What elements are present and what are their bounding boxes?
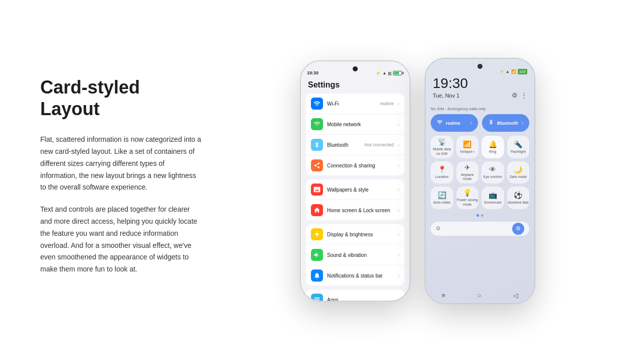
qs-airplane-label: Airplanemode [461, 173, 474, 182]
paragraph2: Text and controls are placed together fo… [40, 204, 201, 276]
phone-camera [353, 66, 358, 71]
qs-tile-screencast[interactable]: 📺 Screencast [481, 187, 504, 209]
qs-flashlight-label: Flashlight [511, 150, 526, 154]
display-chevron: › [398, 232, 399, 237]
qs-eyecomfort-label: Eye comfort [484, 175, 502, 179]
settings-group-display: Wallpapers & style › Home screen & Lock … [306, 179, 405, 220]
wifi-value: realme [380, 101, 394, 106]
qs-tile-darkmode[interactable]: 🌙 Dark mode [507, 161, 530, 184]
homescreen-text: Home screen & Lock screen [327, 208, 394, 213]
qs-wifi-icon: ▲ [506, 69, 510, 74]
apps-icon [311, 294, 323, 301]
signal-icon: ||| [388, 71, 391, 75]
qs-mobiledata-label: Mobile datano SIM [433, 147, 451, 156]
qs-wifi-tile-label: realme [446, 121, 467, 126]
qs-date: Tue, Nov 1 [433, 93, 459, 99]
sharing-chevron: › [398, 163, 399, 168]
qs-bt-tile[interactable]: Bluetooth › [482, 114, 529, 132]
battery [393, 71, 404, 75]
wifi-text: Wi-Fi [327, 101, 376, 107]
settings-screen-title: Settings [301, 78, 410, 94]
apps-label: Apps [327, 297, 394, 301]
qs-grid-row3: 🔄 Auto-rotate 💡 Power savingmode 📺 Scree… [426, 187, 534, 212]
mobile-chevron: › [398, 122, 399, 127]
qs-search-dot[interactable]: ⚙ [512, 223, 524, 235]
qs-tile-powersaving[interactable]: 💡 Power savingmode [456, 187, 479, 209]
qs-settings-icon[interactable]: ⚙ [512, 92, 518, 99]
qs-tile-mobiledata[interactable]: 📡 Mobile datano SIM [431, 136, 453, 158]
settings-group-connectivity: Wi-Fi realme › Mobile network › [306, 94, 405, 175]
settings-item-wifi[interactable]: Wi-Fi realme › [306, 94, 405, 114]
qs-dot-2 [481, 214, 484, 217]
qs-wifi-tile-icon [437, 119, 443, 127]
settings-status-bar: 19:30 ⚡ ▲ ||| [301, 70, 410, 78]
wallpaper-text: Wallpapers & style [327, 187, 394, 193]
qs-tile-assistive[interactable]: ⚽ Assistive Ball [507, 187, 530, 209]
qs-search-icon: ⚙ [436, 225, 441, 232]
bt-icon: ⚡ [376, 71, 381, 75]
qs-tile-ring[interactable]: 🔔 Ring [481, 136, 504, 158]
qs-bt-icon: ⚡ [499, 69, 504, 74]
phone-quicksettings: ⚡ ▲ 📶 100 19:30 Tue, Nov 1 ⚙ ⋮ [425, 58, 535, 304]
qs-menu-icon[interactable]: ⋮ [521, 92, 527, 99]
sound-label: Sound & vibration [327, 252, 394, 258]
qs-dot-1 [476, 214, 479, 217]
bluetooth-label: Bluetooth [327, 142, 361, 148]
page-wrapper: Card-styled Layout Flat, scattered infor… [0, 0, 644, 362]
qs-tile-location[interactable]: 📍 Location [431, 161, 453, 184]
qs-nav-menu[interactable]: ≡ [442, 292, 446, 299]
qs-tile-eyecomfort[interactable]: 👁 Eye comfort [481, 161, 504, 184]
qs-nav-back[interactable]: ◁ [513, 292, 518, 299]
notifications-chevron: › [398, 273, 399, 279]
settings-item-display[interactable]: Display & brightness › [306, 224, 405, 245]
qs-hotspot-icon: 📶 [463, 140, 471, 148]
qs-powersaving-icon: 💡 [463, 189, 471, 197]
homescreen-chevron: › [398, 208, 399, 213]
qs-signal-icon: 📶 [511, 69, 516, 74]
qs-powersaving-label: Power savingmode [457, 198, 478, 207]
notifications-icon [311, 269, 323, 282]
left-content: Card-styled Layout Flat, scattered infor… [40, 76, 201, 286]
qs-assistive-label: Assistive Ball [508, 201, 528, 205]
settings-screen: 19:30 ⚡ ▲ ||| Settings [301, 61, 410, 301]
qs-bt-arrow: › [522, 120, 523, 126]
settings-item-mobile[interactable]: Mobile network › [306, 114, 405, 135]
qs-tile-flashlight[interactable]: 🔦 Flashlight [507, 136, 530, 158]
settings-item-wallpaper[interactable]: Wallpapers & style › [306, 179, 405, 200]
qs-location-label: Location [435, 175, 448, 179]
qs-dot-indicator [426, 212, 534, 219]
qs-location-icon: 📍 [438, 165, 446, 173]
qs-tile-autorotate[interactable]: 🔄 Auto-rotate [431, 187, 453, 209]
qs-ring-label: Ring [489, 150, 496, 154]
status-icons: ⚡ ▲ ||| [376, 71, 404, 75]
qs-searchbar[interactable]: ⚙ ⚙ [431, 222, 529, 236]
qs-hotspot-label: Hotspot • [460, 150, 474, 154]
qs-wifi-tile[interactable]: realme › [431, 114, 478, 132]
qs-wide-tiles: realme › Bluetooth › [426, 114, 534, 136]
settings-item-notifications[interactable]: Notifications & status bar › [306, 265, 405, 286]
settings-item-bluetooth[interactable]: Bluetooth Not connected › [306, 135, 405, 155]
bluetooth-icon [311, 139, 323, 151]
apps-text: Apps [327, 297, 394, 301]
settings-item-homescreen[interactable]: Home screen & Lock screen › [306, 200, 405, 220]
phones-container: 19:30 ⚡ ▲ ||| Settings [231, 58, 604, 304]
qs-tile-hotspot[interactable]: 📶 Hotspot • [456, 136, 479, 158]
settings-item-sharing[interactable]: Connection & sharing › [306, 155, 405, 175]
qs-darkmode-icon: 🌙 [514, 165, 522, 173]
settings-item-sound[interactable]: Sound & vibration › [306, 245, 405, 265]
wallpaper-label: Wallpapers & style [327, 187, 394, 193]
qs-airplane-icon: ✈ [464, 163, 470, 171]
qs-wifi-arrow: › [470, 120, 472, 126]
qs-assistive-icon: ⚽ [514, 191, 522, 199]
phone2-camera [477, 64, 482, 69]
qs-grid-row2: 📍 Location ✈ Airplanemode 👁 Eye comfort … [426, 161, 534, 187]
wallpaper-chevron: › [398, 187, 399, 193]
bluetooth-chevron: › [398, 142, 399, 148]
qs-time: 19:30 [426, 76, 534, 90]
qs-tile-airplane[interactable]: ✈ Airplanemode [456, 161, 479, 184]
wifi-status-icon: ▲ [382, 71, 386, 75]
quicksettings-screen: ⚡ ▲ 📶 100 19:30 Tue, Nov 1 ⚙ ⋮ [426, 59, 534, 303]
settings-item-apps[interactable]: Apps › [306, 290, 405, 301]
mobile-icon [311, 118, 323, 130]
qs-nav-home[interactable]: ○ [477, 292, 481, 299]
